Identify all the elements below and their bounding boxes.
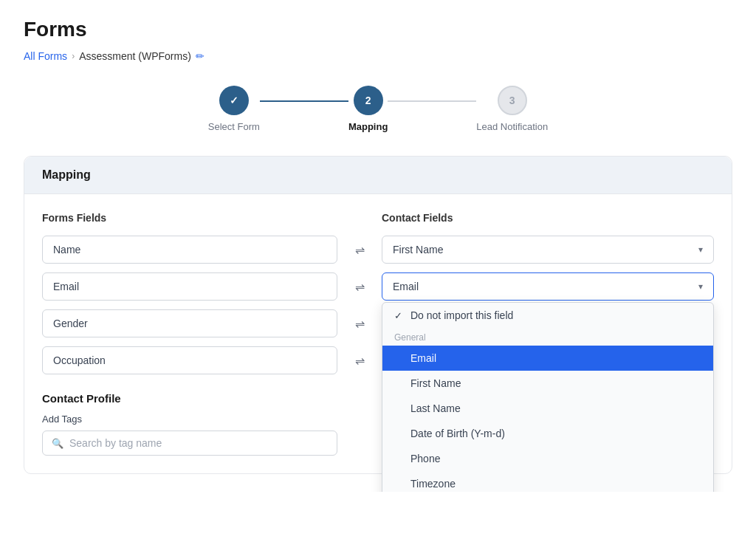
step-1-circle: ✓ xyxy=(219,86,249,115)
field-row-email: ⇌ Email ▾ ✓ Do not import this field Gen… xyxy=(42,272,714,301)
form-field-email[interactable] xyxy=(42,272,337,301)
column-headers: Forms Fields Contact Fields xyxy=(42,212,714,224)
forms-fields-label: Forms Fields xyxy=(42,212,337,224)
breadcrumb: All Forms › Assessment (WPForms) ✏ xyxy=(24,50,732,62)
search-tags-placeholder: Search by tag name xyxy=(69,437,162,449)
chevron-down-icon: ▾ xyxy=(698,244,703,255)
arrow-occupation: ⇌ xyxy=(337,354,382,368)
form-field-gender[interactable] xyxy=(42,309,337,337)
step-select-form[interactable]: ✓ Select Form xyxy=(208,86,260,132)
dropdown-item-last-name[interactable]: Last Name xyxy=(382,396,713,421)
field-row-name: ⇌ First Name ▾ xyxy=(42,236,714,264)
search-icon: 🔍 xyxy=(52,438,63,449)
step-3-label: Lead Notification xyxy=(476,121,548,132)
arrow-name: ⇌ xyxy=(337,243,382,257)
arrow-gender: ⇌ xyxy=(337,317,382,331)
dropdown-item-do-not-import[interactable]: ✓ Do not import this field xyxy=(382,303,713,328)
breadcrumb-all-forms[interactable]: All Forms xyxy=(24,50,67,62)
step-3-circle: 3 xyxy=(498,86,527,115)
arrow-email: ⇌ xyxy=(337,280,382,294)
checkmark-icon: ✓ xyxy=(394,310,405,321)
steps-wizard: ✓ Select Form 2 Mapping 3 Lead Notificat… xyxy=(24,86,732,132)
form-field-occupation[interactable] xyxy=(42,346,337,374)
mapping-card: Mapping Forms Fields Contact Fields ⇌ Fi… xyxy=(24,156,732,474)
dropdown-item-first-name[interactable]: First Name xyxy=(382,371,713,396)
contact-select-email-value: Email xyxy=(393,281,419,292)
step-2-circle: 2 xyxy=(354,86,383,115)
breadcrumb-separator: › xyxy=(72,51,75,61)
chevron-down-email-icon: ▾ xyxy=(698,281,703,292)
search-tags-input[interactable]: 🔍 Search by tag name xyxy=(42,431,337,456)
contact-select-name-value: First Name xyxy=(393,244,443,256)
dropdown-item-email[interactable]: Email xyxy=(382,346,713,371)
step-mapping[interactable]: 2 Mapping xyxy=(348,86,388,132)
step-1-label: Select Form xyxy=(208,121,260,132)
contact-select-name[interactable]: First Name ▾ xyxy=(382,236,714,264)
step-line-2 xyxy=(388,100,476,102)
mapping-title: Mapping xyxy=(42,168,91,181)
contact-select-email[interactable]: Email ▾ xyxy=(382,272,714,301)
step-2-label: Mapping xyxy=(348,121,388,132)
form-field-name[interactable] xyxy=(42,236,337,264)
step-lead-notification[interactable]: 3 Lead Notification xyxy=(476,86,548,132)
step-line-1 xyxy=(260,100,348,102)
page-title: Forms xyxy=(24,18,732,41)
contact-field-dropdown[interactable]: ✓ Do not import this field General Email… xyxy=(382,302,714,492)
breadcrumb-current: Assessment (WPForms) ✏ xyxy=(79,50,205,62)
dropdown-item-dob[interactable]: Date of Birth (Y-m-d) xyxy=(382,421,713,446)
edit-icon[interactable]: ✏ xyxy=(196,50,205,62)
dropdown-item-timezone[interactable]: Timezone xyxy=(382,471,713,492)
dropdown-item-phone[interactable]: Phone xyxy=(382,446,713,471)
mapping-header: Mapping xyxy=(24,157,732,194)
contact-fields-label: Contact Fields xyxy=(382,212,714,224)
dropdown-group-general: General xyxy=(382,328,713,346)
